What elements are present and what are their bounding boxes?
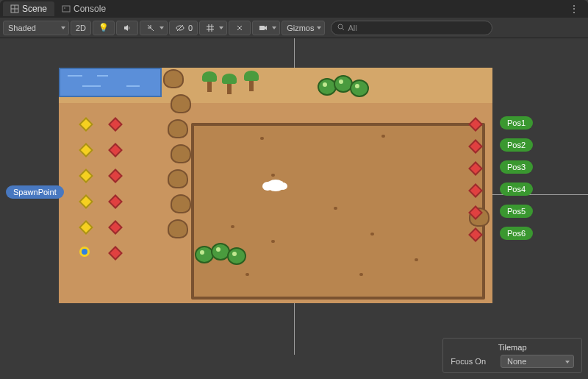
rock-sprite — [168, 119, 188, 138]
palm-sprite — [222, 74, 237, 94]
bush-sprite — [227, 247, 246, 265]
speck — [415, 258, 418, 261]
marker-yellow — [79, 220, 93, 235]
fx-dropdown[interactable] — [140, 21, 168, 35]
tab-menu-icon[interactable]: ⋮ — [563, 3, 585, 15]
tab-label: Console — [74, 4, 106, 14]
tag-pos4[interactable]: Pos4 — [500, 183, 533, 196]
search-input[interactable]: All — [331, 21, 492, 35]
gizmos-dropdown[interactable]: Gizmos — [282, 21, 325, 35]
marker-red — [108, 246, 123, 261]
tab-console[interactable]: Console — [54, 1, 113, 16]
marker-spawn — [79, 247, 90, 257]
tag-spawnpoint[interactable]: SpawnPoint — [6, 185, 64, 199]
tab-scene[interactable]: Scene — [3, 1, 54, 16]
inner-play-area — [191, 123, 485, 300]
bush-sprite — [350, 79, 369, 97]
rock-sprite — [171, 94, 191, 113]
tools-button[interactable] — [229, 21, 251, 35]
tag-pos2[interactable]: Pos2 — [500, 138, 533, 152]
wave — [68, 75, 82, 77]
speck — [245, 273, 249, 276]
rock-sprite — [171, 144, 191, 163]
search-placeholder: All — [348, 24, 356, 32]
search-icon — [337, 24, 345, 32]
wave — [82, 85, 101, 87]
camera-dropdown[interactable] — [252, 21, 280, 35]
grid-icon — [204, 22, 216, 34]
tag-pos6[interactable]: Pos6 — [500, 227, 533, 240]
eye-off-icon — [174, 22, 186, 34]
marker-yellow — [79, 143, 93, 157]
palm-sprite — [244, 71, 259, 91]
tab-bar: Scene Console ⋮ — [0, 0, 588, 18]
tag-pos1[interactable]: Pos1 — [500, 116, 533, 130]
rock-sprite — [171, 194, 191, 213]
2d-toggle[interactable]: 2D — [71, 21, 91, 35]
speaker-icon — [121, 22, 133, 34]
marker-red — [108, 169, 123, 183]
marker-yellow — [79, 169, 93, 183]
rock-sprite — [168, 219, 188, 238]
rock-sprite — [168, 169, 188, 188]
svg-rect-3 — [62, 6, 70, 12]
marker-yellow — [79, 117, 93, 132]
speck — [260, 137, 264, 140]
console-icon — [62, 4, 71, 13]
marker-red — [108, 220, 123, 235]
speck — [381, 135, 385, 138]
marker-red — [108, 194, 123, 209]
editor-window: Scene Console ⋮ Shaded 2D 💡 0 Gizmos All — [0, 0, 588, 379]
rock-sprite — [163, 69, 184, 88]
focus-label: Focus On — [451, 357, 486, 366]
player-sprite — [267, 180, 284, 191]
scene-toolbar: Shaded 2D 💡 0 Gizmos All — [0, 18, 588, 38]
tab-label: Scene — [22, 4, 47, 14]
tools-icon — [234, 22, 245, 34]
marker-red — [108, 143, 123, 157]
palm-sprite — [202, 71, 217, 92]
fx-icon — [145, 22, 157, 34]
tilemap-scene — [59, 68, 492, 303]
speck — [359, 273, 363, 276]
tag-pos5[interactable]: Pos5 — [500, 205, 533, 218]
tilemap-panel: Tilemap Focus On None — [442, 338, 582, 373]
wave — [97, 75, 108, 77]
shading-dropdown[interactable]: Shaded — [3, 21, 69, 35]
lightbulb-icon: 💡 — [98, 22, 110, 34]
camera-icon — [257, 22, 269, 34]
visibility-toggle[interactable]: 0 — [169, 21, 198, 35]
speck — [334, 207, 337, 210]
grid-dropdown[interactable] — [199, 21, 227, 35]
speck — [271, 240, 275, 243]
marker-red — [108, 117, 123, 132]
svg-line-9 — [342, 28, 344, 30]
focus-dropdown[interactable]: None — [501, 355, 574, 368]
scene-icon — [10, 4, 19, 13]
marker-yellow — [79, 194, 93, 209]
water-tile — [59, 68, 162, 97]
lighting-toggle[interactable]: 💡 — [93, 21, 115, 35]
wave — [126, 85, 140, 87]
panel-title: Tilemap — [451, 343, 574, 352]
speck — [231, 225, 234, 228]
audio-toggle[interactable] — [116, 21, 138, 35]
svg-rect-7 — [259, 26, 265, 30]
speck — [370, 233, 374, 235]
scene-viewport[interactable]: SpawnPoint Pos1 Pos2 Pos3 Pos4 Pos5 Pos6… — [0, 38, 588, 379]
tag-pos3[interactable]: Pos3 — [500, 160, 533, 174]
speck — [271, 174, 275, 177]
